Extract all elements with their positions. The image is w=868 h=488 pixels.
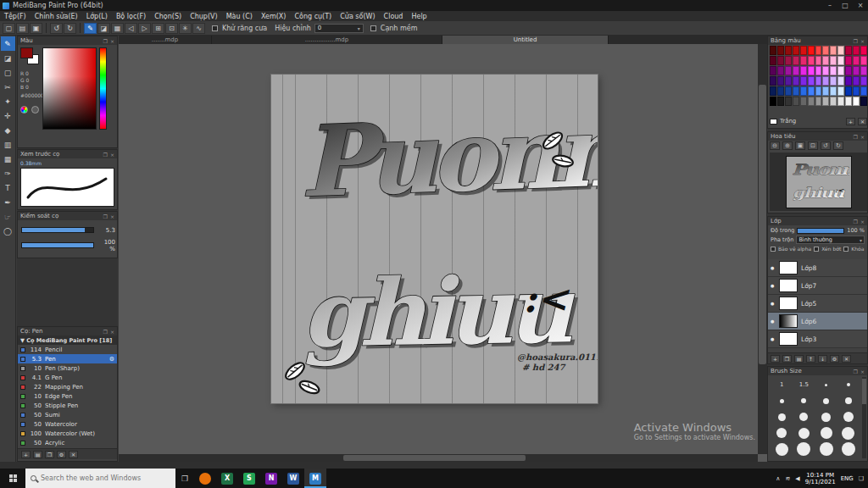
brush-size-option[interactable]: [771, 409, 793, 424]
layer-item[interactable]: ●Lớp8: [768, 259, 867, 277]
eye-icon[interactable]: ●: [771, 319, 779, 324]
palette-swatch[interactable]: [853, 66, 860, 75]
rotate-left-icon[interactable]: ↺: [821, 141, 831, 150]
palette-swatch[interactable]: [837, 86, 844, 96]
eyedropper-tool[interactable]: ✒: [1, 195, 15, 209]
menu-file[interactable]: Tệp(F): [0, 11, 31, 21]
rotate-right-icon[interactable]: ↻: [833, 141, 843, 150]
palette-swatch[interactable]: [845, 97, 852, 106]
language-indicator[interactable]: ENG: [841, 475, 854, 482]
palette-swatch[interactable]: [793, 97, 799, 106]
palette-swatch[interactable]: [853, 56, 860, 65]
brush-item[interactable]: 50Stipple Pen: [18, 401, 117, 410]
palette-swatch[interactable]: [800, 66, 807, 75]
panel-divide-tool[interactable]: ▦: [1, 152, 15, 166]
hue-slider[interactable]: [99, 47, 107, 130]
brush-size-option[interactable]: [815, 393, 837, 408]
undo-icon[interactable]: ↺: [50, 23, 63, 34]
palette-swatch[interactable]: [815, 46, 822, 55]
document-tab-active[interactable]: Untitled: [442, 36, 609, 44]
menu-select[interactable]: Chọn(S): [150, 11, 186, 21]
brush-size-option[interactable]: [837, 377, 860, 392]
close-icon[interactable]: ×: [110, 329, 114, 335]
color-slider-icon[interactable]: [31, 106, 39, 114]
taskbar-search[interactable]: [25, 469, 175, 488]
brush-size-option[interactable]: [771, 441, 793, 457]
brush-item[interactable]: 22Mapping Pen: [18, 382, 117, 391]
network-icon[interactable]: ≋: [785, 475, 790, 482]
taskbar-app-onenote[interactable]: N: [260, 469, 282, 488]
taskbar-app-excel[interactable]: X: [216, 469, 238, 488]
palette-swatch[interactable]: [822, 66, 829, 75]
palette-swatch[interactable]: [800, 56, 807, 65]
palette-swatch[interactable]: [808, 46, 815, 55]
palette-swatch[interactable]: [837, 66, 844, 75]
eye-icon[interactable]: ●: [771, 283, 779, 288]
palette-swatch[interactable]: [793, 86, 799, 96]
move-tool[interactable]: ✛: [1, 108, 15, 123]
close-icon[interactable]: ×: [110, 152, 114, 158]
bucket-tool[interactable]: ◆: [1, 123, 15, 137]
close-icon[interactable]: ×: [860, 219, 865, 225]
close-icon[interactable]: ×: [860, 38, 865, 44]
close-icon[interactable]: ×: [860, 134, 865, 140]
minimize-button[interactable]: –: [822, 0, 837, 11]
brush-size-scrollbar-thumb[interactable]: [862, 379, 866, 404]
navigator-view[interactable]: Puonn ghiuu :<: [770, 152, 867, 211]
palette-swatch[interactable]: [808, 66, 815, 75]
menu-edit[interactable]: Chỉnh sửa(E): [31, 11, 82, 21]
delete-layer-icon[interactable]: ✕: [842, 355, 851, 363]
palette-swatch[interactable]: [815, 66, 822, 75]
palette-swatch[interactable]: [860, 66, 867, 75]
eye-icon[interactable]: ●: [771, 301, 779, 306]
magic-wand-tool[interactable]: ✦: [1, 94, 15, 108]
palette-swatch[interactable]: [808, 97, 815, 106]
brush-item[interactable]: 50Watercolor: [18, 419, 117, 429]
palette-swatch[interactable]: [777, 46, 784, 55]
duplicate-brush-icon[interactable]: ❐: [45, 451, 54, 458]
popout-icon[interactable]: ❐: [103, 152, 108, 158]
lock-checkbox[interactable]: [843, 247, 849, 252]
menu-cloud[interactable]: Cloud: [380, 11, 408, 21]
palette-swatch[interactable]: [808, 86, 815, 96]
palette-swatch[interactable]: [845, 56, 852, 65]
saturation-value-picker[interactable]: [42, 47, 97, 130]
palette-swatch[interactable]: [785, 76, 792, 86]
zoom-out-icon[interactable]: ⊖: [770, 141, 780, 150]
brush-item-selected[interactable]: 5.3Pen⚙: [18, 354, 117, 363]
actual-size-icon[interactable]: ⊡: [808, 141, 818, 150]
mirror-icon[interactable]: ⊞: [152, 23, 164, 34]
palette-swatch[interactable]: [822, 97, 829, 106]
palette-swatch[interactable]: [837, 76, 844, 86]
palette-swatch[interactable]: [793, 66, 799, 75]
taskbar-app-browser[interactable]: [194, 469, 216, 488]
popout-icon[interactable]: ❐: [854, 369, 858, 374]
new-file-icon[interactable]: ▢: [3, 23, 15, 34]
clipping-checkbox[interactable]: [814, 247, 819, 252]
gear-icon[interactable]: ⚙: [109, 356, 114, 363]
vertical-scrollbar[interactable]: [758, 44, 767, 454]
eraser-tool[interactable]: ◪: [1, 51, 15, 65]
color-wheel-icon[interactable]: [20, 106, 28, 114]
correction-dropdown[interactable]: 0 ▾: [314, 24, 364, 33]
eye-icon[interactable]: ●: [771, 336, 779, 341]
palette-swatch[interactable]: [800, 46, 807, 55]
brush-size-option[interactable]: [793, 393, 815, 408]
palette-swatch[interactable]: [845, 66, 852, 75]
palette-swatch[interactable]: [770, 46, 776, 55]
brush-folder-icon[interactable]: ▤: [33, 451, 42, 458]
palette-swatch[interactable]: [853, 46, 860, 55]
palette-swatch[interactable]: [815, 56, 822, 65]
brush-item[interactable]: 10Pen (Sharp): [18, 363, 117, 373]
layer-item[interactable]: ●Lớp5: [768, 295, 867, 313]
brush-size-option[interactable]: [837, 425, 860, 441]
move-layer-down-icon[interactable]: ↓: [818, 355, 827, 363]
zoom-tool[interactable]: ◯: [1, 224, 15, 238]
horizontal-scrollbar[interactable]: [119, 454, 758, 462]
palette-swatch[interactable]: [837, 56, 844, 65]
brush-size-option[interactable]: [837, 409, 860, 424]
add-color-icon[interactable]: +: [846, 118, 855, 125]
brush-size-option[interactable]: [793, 409, 815, 424]
snap-radial-icon[interactable]: ✳: [179, 23, 192, 34]
popout-icon[interactable]: ❐: [103, 214, 108, 219]
